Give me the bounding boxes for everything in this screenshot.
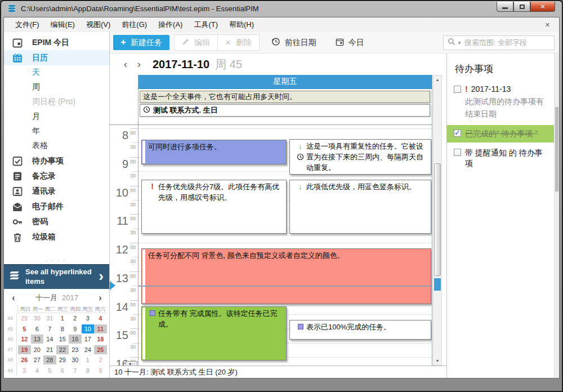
minical-day[interactable]: 9: [69, 324, 82, 333]
minical-day[interactable]: 30: [31, 314, 44, 323]
sidebar-item-sub[interactable]: 表格: [4, 139, 109, 153]
minical-day[interactable]: 11: [94, 324, 107, 333]
minical-day[interactable]: 5: [43, 366, 56, 375]
minical-day[interactable]: 24: [82, 345, 95, 354]
minical-day[interactable]: 10: [82, 324, 95, 333]
minical-day[interactable]: 8: [82, 366, 95, 375]
todo-scrollbar-thumb[interactable]: [555, 107, 558, 191]
sidebar-item-main[interactable]: 密码: [4, 214, 109, 229]
minical-day[interactable]: 1: [82, 355, 95, 364]
minical-day[interactable]: 1: [56, 314, 69, 323]
allday-event[interactable]: 测试 联系方式. 生日: [140, 104, 430, 117]
time-grid[interactable]: 可同时进行多项任务。↓这是一项具有重复性的任务。它被设置为在接下来的三周内、每隔…: [138, 124, 432, 366]
allday-event[interactable]: 这是一个全天事件，它也有可能占用多天时间。: [140, 91, 430, 103]
todo-item[interactable]: !2017-11-13此测试用的待办事项有结束日期: [454, 84, 548, 120]
today-button[interactable]: 今日: [328, 35, 372, 50]
minical-day[interactable]: 15: [56, 335, 69, 344]
calendar-event[interactable]: !任务优先级共分7级。此项任务有高优先级，用感叹号标识。: [141, 180, 287, 234]
minical-day[interactable]: 18: [94, 335, 107, 344]
sidebar-item-sub[interactable]: 周日程 (Pro): [4, 95, 109, 109]
sidebar-item-main[interactable]: 待办事项: [4, 153, 109, 168]
minical-day[interactable]: 26: [18, 355, 31, 364]
minical-day[interactable]: 30: [69, 355, 82, 364]
minical-day[interactable]: 2: [94, 355, 107, 364]
todo-scrollbar[interactable]: [554, 54, 559, 378]
search-box[interactable]: ▼: [443, 35, 555, 50]
next-day-button[interactable]: ›: [132, 58, 146, 70]
calendar-event[interactable]: 可同时进行多项任务。: [141, 140, 287, 164]
scroll-up-icon[interactable]: ▲: [434, 75, 441, 84]
minical-day[interactable]: 9: [94, 366, 107, 375]
sidebar-item-main[interactable]: 通讯录: [4, 184, 109, 199]
minical-day[interactable]: 29: [18, 314, 31, 323]
calendar-scrollbar[interactable]: ▲ ▼: [433, 75, 442, 366]
calendar-event[interactable]: 表示已100%完成的任务。: [289, 320, 431, 340]
minical-day[interactable]: 4: [94, 314, 107, 323]
minical-day[interactable]: 20: [31, 345, 44, 354]
menu-item[interactable]: 工具(T): [188, 18, 224, 32]
menu-item[interactable]: 视图(V): [81, 18, 116, 32]
new-task-button[interactable]: + 新建任务: [113, 35, 169, 50]
minical-day[interactable]: 21: [43, 345, 56, 354]
minimize-button[interactable]: [497, 2, 513, 12]
minical-day[interactable]: 3: [18, 366, 31, 375]
minical-prev-button[interactable]: ‹: [7, 293, 20, 303]
minical-day[interactable]: 7: [43, 324, 56, 333]
minical-day[interactable]: 22: [56, 345, 69, 354]
minical-day[interactable]: 8: [56, 324, 69, 333]
todo-checkbox[interactable]: [454, 130, 461, 137]
minical-day[interactable]: 12: [18, 335, 31, 344]
sidebar-item-main[interactable]: 日历: [4, 50, 109, 65]
todo-item[interactable]: 已完成的“ 待办事项 ”: [447, 125, 554, 142]
scrollbar-thumb[interactable]: [434, 163, 441, 276]
edit-button[interactable]: 编辑: [175, 35, 217, 50]
search-input[interactable]: [463, 38, 552, 47]
sidebar-item-main[interactable]: EPIM 今日: [4, 35, 109, 50]
chevron-down-icon[interactable]: ▼: [457, 41, 462, 46]
menu-item[interactable]: 编辑(E): [45, 18, 81, 32]
goto-date-button[interactable]: 前往日期: [264, 35, 324, 50]
sidebar-item-sub[interactable]: 月: [4, 109, 109, 124]
minical-day[interactable]: 31: [43, 314, 56, 323]
minical-day[interactable]: 13: [31, 335, 44, 344]
title-bar[interactable]: C:\Users\admin\AppData\Roaming\Essential…: [1, 1, 562, 16]
minical-day[interactable]: 14: [43, 335, 56, 344]
sidebar-item-sub[interactable]: 年: [4, 124, 109, 139]
sidebar-item-main[interactable]: 垃圾箱: [4, 229, 109, 244]
minical-day[interactable]: 16: [69, 335, 82, 344]
sidebar-item-sub[interactable]: 周: [4, 80, 109, 95]
delete-button[interactable]: ✕ 删除: [217, 35, 259, 50]
minical-day[interactable]: 6: [56, 366, 69, 375]
menu-item[interactable]: 前往(G): [116, 18, 153, 32]
todo-checkbox[interactable]: [454, 86, 461, 93]
calendar-event[interactable]: ↓这是一项具有重复性的任务。它被设置为在接下来的三周内、每隔两天自动重复。: [289, 139, 431, 175]
maximize-button[interactable]: [513, 2, 530, 12]
prev-day-button[interactable]: ‹: [119, 58, 132, 70]
minical-day[interactable]: 7: [69, 366, 82, 375]
minical-day[interactable]: 25: [94, 345, 107, 354]
minical-day[interactable]: 29: [56, 355, 69, 364]
menu-close-icon[interactable]: ✕: [542, 21, 553, 29]
menu-item[interactable]: 操作(A): [153, 18, 188, 32]
menu-item[interactable]: 帮助(H): [224, 18, 260, 32]
scroll-down-icon[interactable]: ▼: [434, 357, 441, 365]
splitter-handle[interactable]: [4, 257, 109, 264]
day-header[interactable]: 星期五: [138, 75, 432, 89]
minical-day[interactable]: 2: [69, 314, 82, 323]
calendar-event[interactable]: ↓此项低优先级，用蓝色竖条标识。: [289, 180, 431, 234]
minical-next-button[interactable]: ›: [94, 293, 106, 303]
minical-day[interactable]: 4: [31, 366, 44, 375]
minical-day[interactable]: 28: [43, 355, 56, 364]
minical-day[interactable]: 23: [69, 345, 82, 354]
minical-day[interactable]: 3: [82, 314, 95, 323]
sidebar-item-main[interactable]: 备忘录: [4, 168, 109, 184]
minical-day[interactable]: 19: [18, 345, 31, 354]
time-scale-button[interactable]: ▼··: [126, 361, 137, 366]
sidebar-item-main[interactable]: 电子邮件: [4, 199, 109, 214]
todo-item[interactable]: 带 提醒通知 的 待办事项: [454, 148, 548, 169]
calendar-event[interactable]: 任务带有 完成属性。该特定任务已完成。: [141, 306, 287, 360]
close-button[interactable]: ✕: [530, 2, 555, 12]
menu-item[interactable]: 文件(F): [10, 18, 45, 32]
sidebar-item-sub[interactable]: 天: [4, 65, 109, 80]
minical-day[interactable]: 5: [18, 324, 31, 333]
